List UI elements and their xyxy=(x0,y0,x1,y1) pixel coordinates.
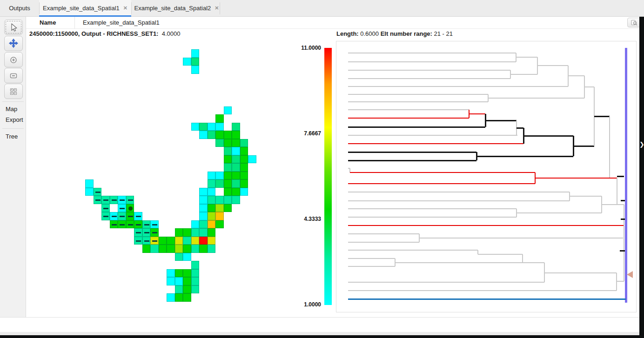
zoom-in-tool-button[interactable] xyxy=(4,52,23,67)
map-cell[interactable] xyxy=(240,155,248,164)
map-cell[interactable] xyxy=(215,123,224,131)
map-cell[interactable] xyxy=(110,196,118,204)
map-cell[interactable] xyxy=(191,245,200,253)
map-cell[interactable] xyxy=(232,172,240,180)
map-cell[interactable] xyxy=(175,253,183,261)
map-cell[interactable] xyxy=(150,245,159,253)
map-cell[interactable] xyxy=(240,179,248,188)
map-cell[interactable] xyxy=(208,220,216,229)
map-cell[interactable] xyxy=(199,131,208,139)
map-cell[interactable] xyxy=(134,212,142,220)
map-cell[interactable] xyxy=(142,237,151,245)
select-tool-button[interactable] xyxy=(4,20,23,35)
map-cell[interactable] xyxy=(110,212,118,220)
map-cell[interactable] xyxy=(101,196,110,204)
map-cell[interactable] xyxy=(208,228,216,237)
map-cell[interactable] xyxy=(199,212,208,220)
map-cell[interactable] xyxy=(232,188,240,196)
map-cell[interactable] xyxy=(167,237,175,245)
map-cell[interactable] xyxy=(150,228,159,237)
map-cell[interactable] xyxy=(224,163,232,172)
map-cell[interactable] xyxy=(94,188,102,196)
map-cell[interactable] xyxy=(142,245,151,253)
map-cell[interactable] xyxy=(126,212,134,220)
map-cell[interactable] xyxy=(232,147,240,155)
map-cell[interactable] xyxy=(199,123,208,131)
map-cell[interactable] xyxy=(191,269,200,278)
map-cell[interactable] xyxy=(85,179,94,188)
map-cell[interactable] xyxy=(183,293,191,302)
map-cell[interactable] xyxy=(240,163,248,172)
name-field-value[interactable]: Example_site_data_Spatial1 xyxy=(83,19,160,26)
map-cell[interactable] xyxy=(175,269,183,278)
chevron-right-icon[interactable]: ❯ xyxy=(639,141,644,148)
map-cell[interactable] xyxy=(191,58,200,66)
map-cell[interactable] xyxy=(224,147,232,155)
map-cell[interactable] xyxy=(183,285,191,294)
map-cell[interactable] xyxy=(94,196,102,204)
map-cell[interactable] xyxy=(110,220,118,229)
map-cell[interactable] xyxy=(175,245,183,253)
map-cell[interactable] xyxy=(208,204,216,212)
map-cell[interactable] xyxy=(224,131,232,139)
map-cell[interactable] xyxy=(134,220,142,229)
map-cell[interactable] xyxy=(224,155,232,164)
map-cell[interactable] xyxy=(208,245,216,253)
map-cell[interactable] xyxy=(175,293,183,302)
map-cell[interactable] xyxy=(199,188,208,196)
map-cell[interactable] xyxy=(208,172,216,180)
map-cell[interactable] xyxy=(224,196,232,204)
map-cell[interactable] xyxy=(142,220,151,229)
map-cell[interactable] xyxy=(208,196,216,204)
close-icon[interactable]: ✕ xyxy=(215,5,219,11)
map-cell[interactable] xyxy=(224,139,232,147)
map-cell[interactable] xyxy=(208,237,216,245)
map-cell[interactable] xyxy=(191,228,200,237)
map-cell[interactable] xyxy=(199,220,208,229)
map-cell[interactable] xyxy=(208,131,216,139)
map-cell[interactable] xyxy=(215,179,224,188)
map-cell[interactable] xyxy=(134,237,142,245)
map-cell[interactable] xyxy=(199,245,208,253)
map-cell[interactable] xyxy=(240,147,248,155)
map-cell[interactable] xyxy=(191,237,200,245)
map-cell[interactable] xyxy=(224,188,232,196)
map-cell[interactable] xyxy=(191,220,200,229)
map-cell[interactable] xyxy=(208,179,216,188)
map-cell[interactable] xyxy=(215,204,224,212)
map-cell[interactable] xyxy=(191,49,200,58)
map-cell[interactable] xyxy=(183,58,191,66)
map-cell[interactable] xyxy=(101,204,110,212)
map-cell[interactable] xyxy=(215,139,224,147)
map-cell[interactable] xyxy=(150,237,159,245)
map-cell[interactable] xyxy=(159,245,167,253)
map-cell[interactable] xyxy=(208,123,216,131)
map-cell[interactable] xyxy=(191,277,200,285)
map-cell[interactable] xyxy=(150,220,159,229)
zoom-out-tool-button[interactable] xyxy=(4,68,23,83)
map-cell[interactable] xyxy=(191,66,200,74)
dendrogram-panel[interactable] xyxy=(336,41,637,312)
sidebar-item-export[interactable]: Export xyxy=(6,116,23,123)
map-cell[interactable] xyxy=(142,228,151,237)
map-cell[interactable] xyxy=(175,237,183,245)
map-cell[interactable] xyxy=(232,123,240,131)
map-cell[interactable] xyxy=(191,261,200,269)
map-cell[interactable] xyxy=(118,204,126,212)
map-cell[interactable] xyxy=(215,196,224,204)
map-cell[interactable] xyxy=(101,212,110,220)
map-cell[interactable] xyxy=(183,277,191,285)
map-cell[interactable] xyxy=(240,139,248,147)
map-cell[interactable] xyxy=(224,172,232,180)
tab-outputs[interactable]: Outputs xyxy=(0,0,39,16)
map-cell[interactable] xyxy=(215,114,224,123)
zoom-fit-tool-button[interactable] xyxy=(4,84,23,99)
sidebar-item-tree[interactable]: Tree xyxy=(6,133,18,140)
map-cell[interactable] xyxy=(175,228,183,237)
map-cell[interactable] xyxy=(215,212,224,220)
map-cell[interactable] xyxy=(240,188,248,196)
map-cell[interactable] xyxy=(224,106,232,115)
map-cell[interactable] xyxy=(167,277,175,285)
map-cell[interactable] xyxy=(126,220,134,229)
map-cell[interactable] xyxy=(224,204,232,212)
